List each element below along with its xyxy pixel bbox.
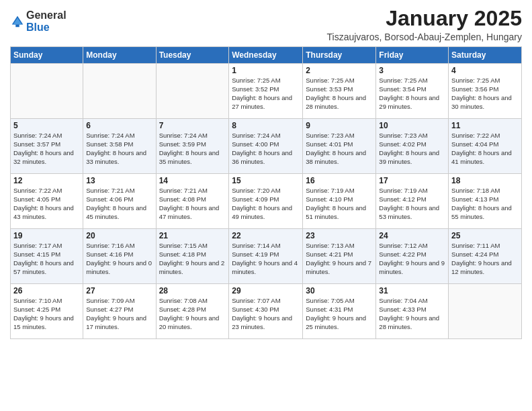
header-friday: Friday bbox=[376, 47, 449, 64]
table-row: 20Sunrise: 7:16 AM Sunset: 4:16 PM Dayli… bbox=[83, 229, 156, 284]
table-row: 29Sunrise: 7:07 AM Sunset: 4:30 PM Dayli… bbox=[229, 284, 303, 339]
header-sunday: Sunday bbox=[11, 47, 83, 64]
day-info: Sunrise: 7:07 AM Sunset: 4:30 PM Dayligh… bbox=[232, 297, 300, 331]
table-row: 11Sunrise: 7:22 AM Sunset: 4:04 PM Dayli… bbox=[449, 119, 522, 174]
calendar-week-row: 5Sunrise: 7:24 AM Sunset: 3:57 PM Daylig… bbox=[11, 119, 522, 174]
day-info: Sunrise: 7:24 AM Sunset: 3:58 PM Dayligh… bbox=[86, 132, 152, 166]
table-row: 6Sunrise: 7:24 AM Sunset: 3:58 PM Daylig… bbox=[83, 119, 156, 174]
table-row: 24Sunrise: 7:12 AM Sunset: 4:22 PM Dayli… bbox=[376, 229, 449, 284]
table-row bbox=[83, 64, 156, 119]
table-row: 21Sunrise: 7:15 AM Sunset: 4:18 PM Dayli… bbox=[156, 229, 229, 284]
day-number: 24 bbox=[379, 231, 445, 240]
table-row: 12Sunrise: 7:22 AM Sunset: 4:05 PM Dayli… bbox=[11, 174, 83, 229]
day-number: 20 bbox=[86, 231, 152, 240]
day-number: 27 bbox=[86, 286, 152, 295]
day-info: Sunrise: 7:24 AM Sunset: 3:57 PM Dayligh… bbox=[13, 132, 80, 166]
svg-rect-3 bbox=[15, 24, 19, 27]
day-info: Sunrise: 7:25 AM Sunset: 3:53 PM Dayligh… bbox=[306, 77, 373, 111]
calendar-header-row: Sunday Monday Tuesday Wednesday Thursday… bbox=[11, 47, 522, 64]
day-info: Sunrise: 7:23 AM Sunset: 4:02 PM Dayligh… bbox=[379, 132, 445, 166]
table-row: 3Sunrise: 7:25 AM Sunset: 3:54 PM Daylig… bbox=[376, 64, 449, 119]
day-info: Sunrise: 7:11 AM Sunset: 4:24 PM Dayligh… bbox=[451, 242, 519, 276]
day-info: Sunrise: 7:14 AM Sunset: 4:19 PM Dayligh… bbox=[232, 242, 300, 276]
day-info: Sunrise: 7:15 AM Sunset: 4:18 PM Dayligh… bbox=[159, 242, 226, 276]
table-row: 8Sunrise: 7:24 AM Sunset: 4:00 PM Daylig… bbox=[229, 119, 303, 174]
day-info: Sunrise: 7:25 AM Sunset: 3:56 PM Dayligh… bbox=[451, 77, 519, 111]
logo: General Blue bbox=[10, 9, 66, 33]
day-info: Sunrise: 7:25 AM Sunset: 3:54 PM Dayligh… bbox=[379, 77, 445, 111]
table-row: 28Sunrise: 7:08 AM Sunset: 4:28 PM Dayli… bbox=[156, 284, 229, 339]
day-info: Sunrise: 7:18 AM Sunset: 4:13 PM Dayligh… bbox=[451, 187, 519, 221]
day-number: 19 bbox=[13, 231, 80, 240]
day-number: 23 bbox=[306, 231, 373, 240]
day-number: 7 bbox=[159, 121, 226, 130]
table-row: 7Sunrise: 7:24 AM Sunset: 3:59 PM Daylig… bbox=[156, 119, 229, 174]
day-info: Sunrise: 7:21 AM Sunset: 4:08 PM Dayligh… bbox=[159, 187, 226, 221]
table-row: 22Sunrise: 7:14 AM Sunset: 4:19 PM Dayli… bbox=[229, 229, 303, 284]
table-row: 9Sunrise: 7:23 AM Sunset: 4:01 PM Daylig… bbox=[303, 119, 376, 174]
header: General Blue January 2025 Tiszaujvaros, … bbox=[10, 7, 522, 42]
table-row: 26Sunrise: 7:10 AM Sunset: 4:25 PM Dayli… bbox=[11, 284, 83, 339]
day-number: 11 bbox=[451, 121, 519, 130]
table-row: 10Sunrise: 7:23 AM Sunset: 4:02 PM Dayli… bbox=[376, 119, 449, 174]
day-number: 15 bbox=[232, 176, 300, 185]
table-row: 31Sunrise: 7:04 AM Sunset: 4:33 PM Dayli… bbox=[376, 284, 449, 339]
day-info: Sunrise: 7:10 AM Sunset: 4:25 PM Dayligh… bbox=[13, 297, 80, 331]
page: General Blue January 2025 Tiszaujvaros, … bbox=[0, 0, 532, 411]
day-info: Sunrise: 7:08 AM Sunset: 4:28 PM Dayligh… bbox=[159, 297, 226, 331]
day-number: 17 bbox=[379, 176, 445, 185]
title-block: January 2025 Tiszaujvaros, Borsod-Abauj-… bbox=[327, 7, 523, 42]
day-number: 28 bbox=[159, 286, 226, 295]
day-number: 3 bbox=[379, 66, 445, 75]
day-number: 4 bbox=[451, 66, 519, 75]
month-title: January 2025 bbox=[327, 7, 523, 30]
calendar-week-row: 19Sunrise: 7:17 AM Sunset: 4:15 PM Dayli… bbox=[11, 229, 522, 284]
day-number: 8 bbox=[232, 121, 300, 130]
table-row: 23Sunrise: 7:13 AM Sunset: 4:21 PM Dayli… bbox=[303, 229, 376, 284]
table-row: 15Sunrise: 7:20 AM Sunset: 4:09 PM Dayli… bbox=[229, 174, 303, 229]
day-number: 14 bbox=[159, 176, 226, 185]
calendar-week-row: 26Sunrise: 7:10 AM Sunset: 4:25 PM Dayli… bbox=[11, 284, 522, 339]
table-row: 16Sunrise: 7:19 AM Sunset: 4:10 PM Dayli… bbox=[303, 174, 376, 229]
table-row: 2Sunrise: 7:25 AM Sunset: 3:53 PM Daylig… bbox=[303, 64, 376, 119]
table-row: 17Sunrise: 7:19 AM Sunset: 4:12 PM Dayli… bbox=[376, 174, 449, 229]
day-info: Sunrise: 7:19 AM Sunset: 4:10 PM Dayligh… bbox=[306, 187, 373, 221]
header-wednesday: Wednesday bbox=[229, 47, 303, 64]
table-row: 1Sunrise: 7:25 AM Sunset: 3:52 PM Daylig… bbox=[229, 64, 303, 119]
day-info: Sunrise: 7:23 AM Sunset: 4:01 PM Dayligh… bbox=[306, 132, 373, 166]
logo-text: General Blue bbox=[26, 9, 66, 33]
day-info: Sunrise: 7:22 AM Sunset: 4:04 PM Dayligh… bbox=[451, 132, 519, 166]
table-row: 5Sunrise: 7:24 AM Sunset: 3:57 PM Daylig… bbox=[11, 119, 83, 174]
table-row: 30Sunrise: 7:05 AM Sunset: 4:31 PM Dayli… bbox=[303, 284, 376, 339]
day-info: Sunrise: 7:24 AM Sunset: 3:59 PM Dayligh… bbox=[159, 132, 226, 166]
day-info: Sunrise: 7:13 AM Sunset: 4:21 PM Dayligh… bbox=[306, 242, 373, 276]
day-number: 29 bbox=[232, 286, 300, 295]
day-number: 16 bbox=[306, 176, 373, 185]
calendar-table: Sunday Monday Tuesday Wednesday Thursday… bbox=[10, 46, 522, 339]
day-number: 21 bbox=[159, 231, 226, 240]
day-info: Sunrise: 7:09 AM Sunset: 4:27 PM Dayligh… bbox=[86, 297, 152, 331]
day-info: Sunrise: 7:16 AM Sunset: 4:16 PM Dayligh… bbox=[86, 242, 152, 276]
header-thursday: Thursday bbox=[303, 47, 376, 64]
day-number: 5 bbox=[13, 121, 80, 130]
table-row: 25Sunrise: 7:11 AM Sunset: 4:24 PM Dayli… bbox=[449, 229, 522, 284]
day-number: 9 bbox=[306, 121, 373, 130]
day-number: 18 bbox=[451, 176, 519, 185]
day-number: 22 bbox=[232, 231, 300, 240]
logo-general-text: General bbox=[26, 9, 66, 21]
table-row: 27Sunrise: 7:09 AM Sunset: 4:27 PM Dayli… bbox=[83, 284, 156, 339]
table-row bbox=[156, 64, 229, 119]
table-row: 13Sunrise: 7:21 AM Sunset: 4:06 PM Dayli… bbox=[83, 174, 156, 229]
day-number: 30 bbox=[306, 286, 373, 295]
day-number: 2 bbox=[306, 66, 373, 75]
header-tuesday: Tuesday bbox=[156, 47, 229, 64]
day-info: Sunrise: 7:12 AM Sunset: 4:22 PM Dayligh… bbox=[379, 242, 445, 276]
day-info: Sunrise: 7:22 AM Sunset: 4:05 PM Dayligh… bbox=[13, 187, 80, 221]
table-row bbox=[449, 284, 522, 339]
day-number: 12 bbox=[13, 176, 80, 185]
calendar-week-row: 12Sunrise: 7:22 AM Sunset: 4:05 PM Dayli… bbox=[11, 174, 522, 229]
day-info: Sunrise: 7:25 AM Sunset: 3:52 PM Dayligh… bbox=[232, 77, 300, 111]
day-info: Sunrise: 7:19 AM Sunset: 4:12 PM Dayligh… bbox=[379, 187, 445, 221]
day-info: Sunrise: 7:04 AM Sunset: 4:33 PM Dayligh… bbox=[379, 297, 445, 331]
header-saturday: Saturday bbox=[449, 47, 522, 64]
